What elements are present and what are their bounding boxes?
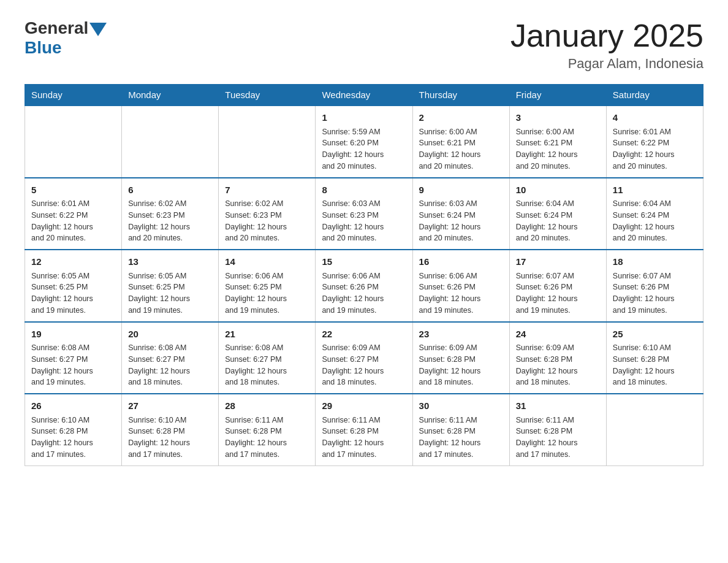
weekday-header-friday: Friday (509, 85, 606, 106)
day-number: 26 (31, 399, 115, 413)
day-number: 16 (419, 255, 503, 269)
day-number: 5 (31, 183, 115, 197)
calendar-cell: 23Sunrise: 6:09 AM Sunset: 6:28 PM Dayli… (412, 322, 509, 394)
calendar-cell: 18Sunrise: 6:07 AM Sunset: 6:26 PM Dayli… (606, 250, 703, 322)
calendar-cell: 31Sunrise: 6:11 AM Sunset: 6:28 PM Dayli… (509, 394, 606, 465)
day-number: 9 (419, 183, 503, 197)
day-number: 23 (419, 327, 503, 342)
calendar-cell: 11Sunrise: 6:04 AM Sunset: 6:24 PM Dayli… (606, 178, 703, 250)
logo-triangle-icon (89, 23, 107, 36)
day-info: Sunrise: 6:02 AM Sunset: 6:23 PM Dayligh… (225, 198, 309, 244)
day-number: 25 (613, 327, 697, 342)
day-number: 12 (31, 255, 115, 269)
calendar-subtitle: Pagar Alam, Indonesia (510, 56, 703, 72)
day-info: Sunrise: 6:04 AM Sunset: 6:24 PM Dayligh… (613, 198, 697, 244)
calendar-cell: 1Sunrise: 5:59 AM Sunset: 6:20 PM Daylig… (316, 105, 412, 178)
day-info: Sunrise: 6:05 AM Sunset: 6:25 PM Dayligh… (31, 270, 115, 316)
day-info: Sunrise: 6:07 AM Sunset: 6:26 PM Dayligh… (516, 270, 600, 316)
calendar-cell: 21Sunrise: 6:08 AM Sunset: 6:27 PM Dayli… (219, 322, 316, 394)
day-number: 10 (516, 183, 600, 197)
weekday-header-tuesday: Tuesday (219, 85, 316, 106)
calendar-cell: 16Sunrise: 6:06 AM Sunset: 6:26 PM Dayli… (412, 250, 509, 322)
calendar-cell: 4Sunrise: 6:01 AM Sunset: 6:22 PM Daylig… (606, 105, 703, 178)
day-info: Sunrise: 6:03 AM Sunset: 6:23 PM Dayligh… (322, 198, 406, 244)
weekday-header-sunday: Sunday (25, 85, 122, 106)
calendar-cell: 26Sunrise: 6:10 AM Sunset: 6:28 PM Dayli… (25, 394, 122, 465)
calendar-cell: 7Sunrise: 6:02 AM Sunset: 6:23 PM Daylig… (219, 178, 316, 250)
day-number: 17 (516, 255, 600, 269)
calendar-week-row: 5Sunrise: 6:01 AM Sunset: 6:22 PM Daylig… (25, 178, 703, 250)
day-info: Sunrise: 6:10 AM Sunset: 6:28 PM Dayligh… (31, 415, 115, 461)
day-info: Sunrise: 6:01 AM Sunset: 6:22 PM Dayligh… (31, 198, 115, 244)
calendar-cell: 30Sunrise: 6:11 AM Sunset: 6:28 PM Dayli… (412, 394, 509, 465)
day-info: Sunrise: 6:03 AM Sunset: 6:24 PM Dayligh… (419, 198, 503, 244)
day-number: 18 (613, 255, 697, 269)
calendar-cell: 9Sunrise: 6:03 AM Sunset: 6:24 PM Daylig… (412, 178, 509, 250)
day-info: Sunrise: 6:09 AM Sunset: 6:28 PM Dayligh… (516, 342, 600, 388)
day-number: 29 (322, 399, 406, 413)
day-info: Sunrise: 6:11 AM Sunset: 6:28 PM Dayligh… (516, 415, 600, 461)
day-number: 30 (419, 399, 503, 413)
calendar-cell: 10Sunrise: 6:04 AM Sunset: 6:24 PM Dayli… (509, 178, 606, 250)
calendar-cell: 17Sunrise: 6:07 AM Sunset: 6:26 PM Dayli… (509, 250, 606, 322)
day-info: Sunrise: 6:08 AM Sunset: 6:27 PM Dayligh… (225, 342, 309, 388)
day-info: Sunrise: 6:00 AM Sunset: 6:21 PM Dayligh… (516, 126, 600, 172)
day-info: Sunrise: 6:06 AM Sunset: 6:25 PM Dayligh… (225, 270, 309, 316)
calendar-week-row: 26Sunrise: 6:10 AM Sunset: 6:28 PM Dayli… (25, 394, 703, 465)
day-number: 22 (322, 327, 406, 342)
day-info: Sunrise: 6:08 AM Sunset: 6:27 PM Dayligh… (128, 342, 212, 388)
weekday-header-monday: Monday (122, 85, 219, 106)
day-number: 1 (322, 111, 406, 125)
weekday-header-thursday: Thursday (412, 85, 509, 106)
logo-blue-text: Blue (25, 38, 107, 58)
calendar-cell: 14Sunrise: 6:06 AM Sunset: 6:25 PM Dayli… (219, 250, 316, 322)
day-number: 19 (31, 327, 115, 342)
logo: General Blue (25, 18, 107, 58)
calendar-cell: 24Sunrise: 6:09 AM Sunset: 6:28 PM Dayli… (509, 322, 606, 394)
calendar-cell: 12Sunrise: 6:05 AM Sunset: 6:25 PM Dayli… (25, 250, 122, 322)
day-number: 28 (225, 399, 309, 413)
day-number: 21 (225, 327, 309, 342)
day-info: Sunrise: 6:01 AM Sunset: 6:22 PM Dayligh… (613, 126, 697, 172)
day-info: Sunrise: 6:11 AM Sunset: 6:28 PM Dayligh… (419, 415, 503, 461)
day-info: Sunrise: 6:09 AM Sunset: 6:28 PM Dayligh… (419, 342, 503, 388)
day-number: 2 (419, 111, 503, 125)
weekday-header-row: SundayMondayTuesdayWednesdayThursdayFrid… (25, 85, 703, 106)
day-number: 7 (225, 183, 309, 197)
day-info: Sunrise: 6:11 AM Sunset: 6:28 PM Dayligh… (322, 415, 406, 461)
calendar-cell: 13Sunrise: 6:05 AM Sunset: 6:25 PM Dayli… (122, 250, 219, 322)
calendar-cell: 2Sunrise: 6:00 AM Sunset: 6:21 PM Daylig… (412, 105, 509, 178)
day-number: 31 (516, 399, 600, 413)
calendar-cell: 25Sunrise: 6:10 AM Sunset: 6:28 PM Dayli… (606, 322, 703, 394)
day-info: Sunrise: 6:09 AM Sunset: 6:27 PM Dayligh… (322, 342, 406, 388)
calendar-cell: 6Sunrise: 6:02 AM Sunset: 6:23 PM Daylig… (122, 178, 219, 250)
day-info: Sunrise: 6:06 AM Sunset: 6:26 PM Dayligh… (419, 270, 503, 316)
calendar-cell (219, 105, 316, 178)
day-info: Sunrise: 6:10 AM Sunset: 6:28 PM Dayligh… (613, 342, 697, 388)
calendar-week-row: 19Sunrise: 6:08 AM Sunset: 6:27 PM Dayli… (25, 322, 703, 394)
weekday-header-wednesday: Wednesday (316, 85, 412, 106)
calendar-cell: 5Sunrise: 6:01 AM Sunset: 6:22 PM Daylig… (25, 178, 122, 250)
calendar-week-row: 1Sunrise: 5:59 AM Sunset: 6:20 PM Daylig… (25, 105, 703, 178)
calendar-table: SundayMondayTuesdayWednesdayThursdayFrid… (25, 84, 703, 466)
calendar-cell: 19Sunrise: 6:08 AM Sunset: 6:27 PM Dayli… (25, 322, 122, 394)
calendar-cell: 29Sunrise: 6:11 AM Sunset: 6:28 PM Dayli… (316, 394, 412, 465)
day-number: 11 (613, 183, 697, 197)
day-info: Sunrise: 6:00 AM Sunset: 6:21 PM Dayligh… (419, 126, 503, 172)
day-number: 8 (322, 183, 406, 197)
day-info: Sunrise: 6:08 AM Sunset: 6:27 PM Dayligh… (31, 342, 115, 388)
day-number: 6 (128, 183, 212, 197)
day-number: 15 (322, 255, 406, 269)
day-number: 4 (613, 111, 697, 125)
day-info: Sunrise: 6:10 AM Sunset: 6:28 PM Dayligh… (128, 415, 212, 461)
day-number: 14 (225, 255, 309, 269)
day-number: 13 (128, 255, 212, 269)
day-number: 24 (516, 327, 600, 342)
day-number: 3 (516, 111, 600, 125)
day-info: Sunrise: 6:07 AM Sunset: 6:26 PM Dayligh… (613, 270, 697, 316)
calendar-cell: 15Sunrise: 6:06 AM Sunset: 6:26 PM Dayli… (316, 250, 412, 322)
day-info: Sunrise: 6:02 AM Sunset: 6:23 PM Dayligh… (128, 198, 212, 244)
calendar-week-row: 12Sunrise: 6:05 AM Sunset: 6:25 PM Dayli… (25, 250, 703, 322)
weekday-header-saturday: Saturday (606, 85, 703, 106)
calendar-cell: 22Sunrise: 6:09 AM Sunset: 6:27 PM Dayli… (316, 322, 412, 394)
